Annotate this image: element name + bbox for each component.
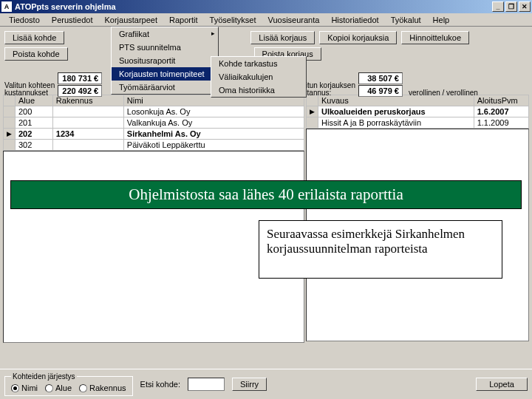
table-row[interactable]: 302Päiväkoti Leppäkerttu xyxy=(4,140,304,151)
menu-vuosiseuranta[interactable]: Vuosiseuranta xyxy=(262,14,326,26)
menu-item-valiaika[interactable]: Väliaikakulujen xyxy=(211,70,306,83)
add-target-button[interactable]: Lisää kohde xyxy=(4,31,64,44)
repairs-table[interactable]: Kuvaus AloitusPvm ▶Ulkoalueiden peruskor… xyxy=(306,95,529,129)
green-banner: Ohjelmistosta saa lähes 40 erilaista rap… xyxy=(10,180,522,209)
menu-item-pts[interactable]: PTS suunnitelma xyxy=(112,41,218,54)
menu-item-grafiikat[interactable]: Grafiikat xyxy=(112,27,218,41)
close-button[interactable]: ✕ xyxy=(519,1,531,12)
sort-order-group: Kohteiden järjestys Nimi Alue Rakennus xyxy=(4,372,133,396)
menu-item-oma-hist[interactable]: Oma historiikka xyxy=(211,83,306,97)
menu-tyoselitykset[interactable]: Työselitykset xyxy=(204,14,262,26)
radio-alue[interactable]: Alue xyxy=(45,383,72,392)
menu-historiatiedot[interactable]: Historiatiedot xyxy=(325,14,384,26)
left-cost-value-2: 220 492 € xyxy=(58,85,102,97)
menu-perustiedot[interactable]: Perustiedot xyxy=(46,14,99,26)
right-cost-value-2: 46 979 € xyxy=(358,85,403,97)
reports-submenu-2: Kohde tarkastus Väliaikakulujen Oma hist… xyxy=(211,56,307,98)
add-repair-button[interactable]: Lisää korjaus xyxy=(250,31,315,44)
search-label: Etsi kohde: xyxy=(140,380,180,389)
table-row[interactable]: ▶2021234Sirkanhelmi As. Oy xyxy=(4,129,304,140)
copy-repairs-button[interactable]: Kopioi korjauksia xyxy=(319,31,397,44)
app-icon: A xyxy=(1,1,12,12)
right-cost-value-1: 38 507 € xyxy=(358,72,403,84)
menu-help[interactable]: Help xyxy=(427,14,456,26)
reports-submenu: Grafiikat PTS suunnitelma Suositusraport… xyxy=(111,27,219,95)
radio-rakennus[interactable]: Rakennus xyxy=(79,383,126,392)
menu-korjaustarpeet[interactable]: Korjaustarpeet xyxy=(98,14,163,26)
table-row[interactable]: Hissit A ja B porraskäytäviin1.1.2009 xyxy=(307,117,529,129)
pricing-test-button[interactable]: Hinnoittelukoe xyxy=(401,31,469,44)
left-cost-value-1: 180 731 € xyxy=(58,72,102,84)
search-go-button[interactable]: Siirry xyxy=(232,378,267,391)
menu-item-kohde-tarkastus[interactable]: Kohde tarkastus xyxy=(211,57,306,70)
table-row[interactable]: 200Losonkuja As. Oy xyxy=(4,106,304,117)
window-title: ATOPpts serverin ohjelma xyxy=(15,2,116,11)
search-input[interactable] xyxy=(188,378,225,391)
table-row[interactable]: ▶Ulkoalueiden peruskorjaus1.6.2007 xyxy=(307,106,529,117)
col-aloituspvm[interactable]: AloitusPvm xyxy=(474,95,528,106)
quit-button[interactable]: Lopeta xyxy=(476,378,528,391)
white-annotation-box: Seuraavassa esimerkkejä Sirkanhelmen kor… xyxy=(259,220,502,279)
right-cost-suffix: verollinen / verollinen xyxy=(409,89,478,97)
menu-tyokalut[interactable]: Työkalut xyxy=(385,14,427,26)
minimize-button[interactable]: _ xyxy=(492,1,504,12)
targets-table[interactable]: Alue Rakennus Nimi 200Losonkuja As. Oy 2… xyxy=(3,95,304,151)
titlebar: A ATOPpts serverin ohjelma _ ❐ ✕ xyxy=(0,0,532,13)
maximize-button[interactable]: ❐ xyxy=(505,1,517,12)
bottom-bar: Kohteiden järjestys Nimi Alue Rakennus E… xyxy=(0,369,532,399)
table-row[interactable]: 201Valkankuja As. Oy xyxy=(4,117,304,129)
menu-item-suositus[interactable]: Suositusraportit xyxy=(112,54,218,67)
menubar: Tiedosto Perustiedot Korjaustarpeet Rapo… xyxy=(0,13,532,27)
radio-nimi[interactable]: Nimi xyxy=(11,383,38,392)
menu-item-korjausten[interactable]: Korjausten toimenpiteet xyxy=(112,67,218,81)
menu-tiedosto[interactable]: Tiedosto xyxy=(3,14,46,26)
remove-target-button[interactable]: Poista kohde xyxy=(4,47,68,61)
sort-order-label: Kohteiden järjestys xyxy=(11,372,77,381)
menu-raportit[interactable]: Raportit xyxy=(163,14,204,26)
menu-item-tyomaara[interactable]: Työmääräarviot xyxy=(112,81,218,94)
left-cost-label: Valitun kohteen kustannukset xyxy=(4,82,55,97)
